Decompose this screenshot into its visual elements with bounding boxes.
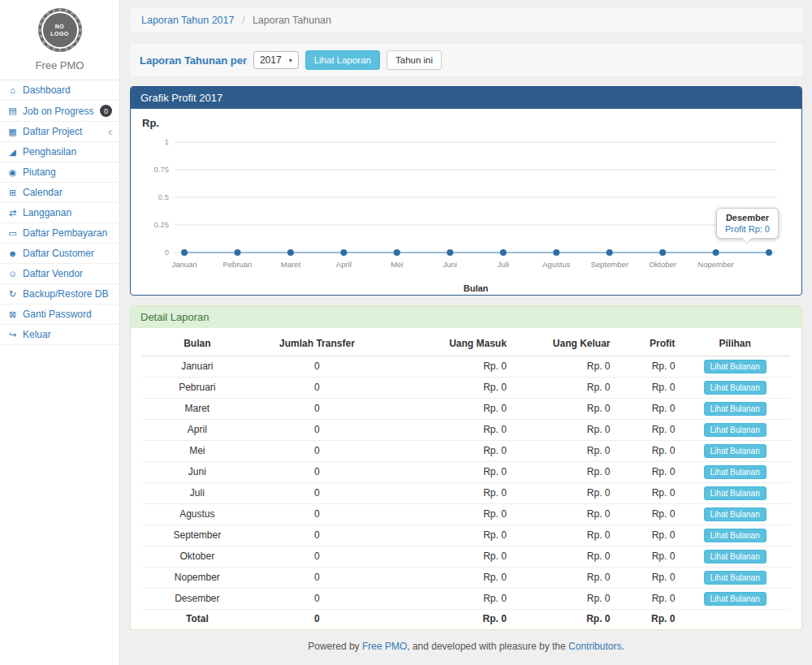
data-point-september[interactable] [607,249,613,256]
lihat-bulanan-button[interactable]: Lihat Bulanan [704,465,767,479]
progress-count-badge: 0 [100,105,112,117]
table-cell: Agustus [142,503,253,525]
breadcrumb-separator: / [242,15,244,26]
lihat-bulanan-button[interactable]: Lihat Bulanan [704,402,767,416]
table-cell: September [142,525,253,546]
sidebar-item-dashboard[interactable]: ⌂Dashboard [0,80,119,101]
table-row: April0Rp. 0Rp. 0Rp. 0Lihat Bulanan [142,419,790,440]
table-cell: Rp. 0 [615,588,680,609]
sidebar-item-keluar[interactable]: ↪Keluar [0,325,119,345]
table-cell-action: Lihat Bulanan [680,461,790,482]
calendar-icon: ⊞ [7,188,18,198]
sidebar-item-daftar-project[interactable]: ▦Daftar Project‹ [0,122,119,142]
lihat-bulanan-button[interactable]: Lihat Bulanan [704,592,767,606]
sidebar-item-piutang[interactable]: ◉Piutang [0,162,119,183]
main-content: Laporan Tahun 2017 / Laporan Tahunan Lap… [120,0,812,665]
sidebar-item-langganan[interactable]: ⇄Langganan [0,203,119,223]
contributors-link[interactable]: Contributors [568,641,621,652]
y-tick-label: 1 [165,137,169,146]
sidebar-item-penghasilan[interactable]: ◢Penghasilan [0,142,119,162]
page: NO LOGO Free PMO ⌂Dashboard▤Job on Progr… [0,0,812,665]
lihat-bulanan-button[interactable]: Lihat Bulanan [704,507,767,521]
sidebar-item-label: Daftar Pembayaran [23,227,107,239]
data-point-april[interactable] [340,249,347,256]
y-tick-label: 0.25 [154,220,170,229]
sidebar-item-backup-restore-db[interactable]: ↻Backup/Restore DB [0,284,119,304]
table-cell: Rp. 0 [512,377,615,398]
table-cell: 0 [253,546,382,567]
breadcrumb: Laporan Tahun 2017 / Laporan Tahunan [130,8,802,32]
data-point-agustus[interactable] [553,249,559,256]
report-table-wrap: BulanJumlah TransferUang MasukUang Kelua… [131,328,801,630]
sidebar-item-label: Daftar Project [23,126,82,137]
footer-text: . [621,641,624,652]
sidebar-item-label: Penghasilan [23,146,76,158]
tahun-ini-button[interactable]: Tahun ini [387,50,442,70]
table-cell: Rp. 0 [512,525,615,546]
x-tick-label: Nopember [698,260,733,269]
footer-text: , and developed with pleasure by the [407,641,568,652]
profit-line-chart: 00.250.50.751JanuariPebruariMaretAprilMe… [140,129,790,296]
lihat-bulanan-button[interactable]: Lihat Bulanan [704,381,767,395]
filter-label: Laporan Tahunan per [140,54,247,67]
table-cell: Mei [142,440,253,461]
breadcrumb-link[interactable]: Laporan Tahun 2017 [141,15,234,26]
free-pmo-link[interactable]: Free PMO [362,641,407,652]
data-point-oktober[interactable] [659,249,666,256]
lihat-bulanan-button[interactable]: Lihat Bulanan [704,444,767,458]
table-cell: Rp. 0 [382,440,512,461]
sidebar-item-job-on-progress[interactable]: ▤Job on Progress0 [0,101,119,122]
table-cell-action: Lihat Bulanan [680,503,790,525]
table-cell: 0 [253,440,382,461]
sidebar-item-daftar-customer[interactable]: ☻Daftar Customer [0,244,119,264]
profit-chart-panel: Grafik Profit 2017 Rp. 00.250.50.751Janu… [130,86,802,296]
data-point-desember[interactable] [766,249,772,256]
lihat-laporan-button[interactable]: Lihat Laporan [305,50,380,70]
breadcrumb-current: Laporan Tahunan [253,15,331,26]
data-point-juli[interactable] [500,249,507,256]
job-on-progress-icon: ▤ [7,106,18,116]
table-cell: Rp. 0 [382,377,512,398]
table-cell: Rp. 0 [512,356,615,377]
data-point-nopember[interactable] [713,249,719,256]
y-tick-label: 0.5 [158,192,169,201]
sidebar-item-ganti-password[interactable]: ⊠Ganti Password [0,304,119,325]
year-select[interactable]: 2017 ▾ [253,51,299,69]
table-cell: Rp. 0 [615,525,680,546]
column-header-uang-masuk: Uang Masuk [382,331,512,356]
column-header-profit: Profit [615,331,680,356]
lihat-bulanan-button[interactable]: Lihat Bulanan [704,571,767,585]
lihat-bulanan-button[interactable]: Lihat Bulanan [704,360,767,374]
table-cell: 0 [253,525,382,546]
table-row: Juli0Rp. 0Rp. 0Rp. 0Lihat Bulanan [142,482,790,503]
lihat-bulanan-button[interactable]: Lihat Bulanan [704,529,767,542]
data-point-mei[interactable] [394,249,400,256]
chart-area: Rp. 00.250.50.751JanuariPebruariMaretApr… [131,109,801,296]
no-logo-badge: NO LOGO [38,8,82,52]
chevron-left-icon: ‹ [108,126,112,137]
lihat-bulanan-button[interactable]: Lihat Bulanan [704,486,767,500]
lihat-bulanan-button[interactable]: Lihat Bulanan [704,550,767,564]
data-point-januari[interactable] [181,249,188,256]
sidebar-item-daftar-vendor[interactable]: ☺Daftar Vendor [0,264,119,284]
table-cell: 0 [253,588,382,609]
sidebar-item-calendar[interactable]: ⊞Calendar [0,183,119,203]
penghasilan-icon: ◢ [7,147,18,158]
detail-laporan-panel: Detail Laporan BulanJumlah TransferUang … [130,305,802,630]
dashboard-icon: ⌂ [7,85,18,95]
table-cell: Rp. 0 [615,419,680,440]
x-tick-label: Agustus [542,260,571,269]
keluar-icon: ↪ [7,330,18,340]
table-row: September0Rp. 0Rp. 0Rp. 0Lihat Bulanan [142,525,790,546]
table-cell: 0 [253,609,382,628]
table-cell: Rp. 0 [382,398,512,419]
table-cell: April [142,419,253,440]
data-point-maret[interactable] [287,249,294,256]
lihat-bulanan-button[interactable]: Lihat Bulanan [704,423,767,437]
data-point-pebruari[interactable] [234,249,240,256]
table-cell: Rp. 0 [512,419,615,440]
sidebar-item-daftar-pembayaran[interactable]: ▭Daftar Pembayaran [0,223,119,244]
app-name: Free PMO [0,59,119,71]
table-cell: Juni [142,461,253,482]
data-point-juni[interactable] [447,249,453,256]
